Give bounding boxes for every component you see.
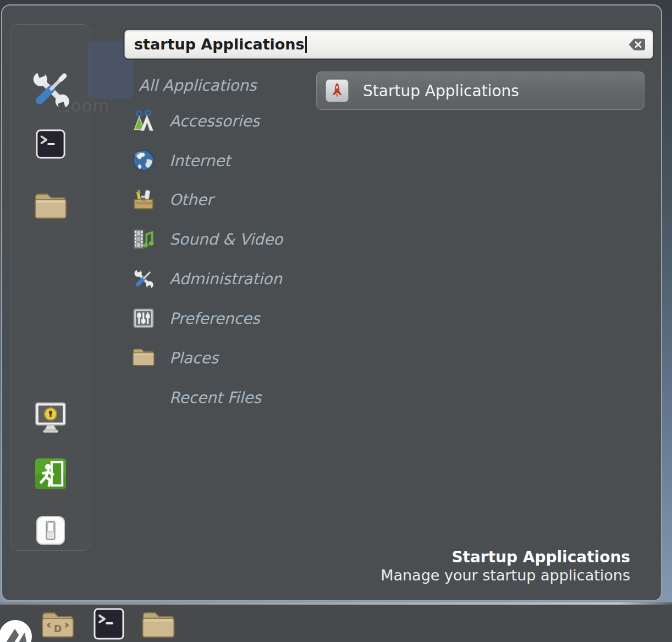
startup-rocket-icon bbox=[326, 79, 349, 102]
sidebar-item-shutdown[interactable] bbox=[36, 516, 65, 545]
result-startup-applications[interactable]: Startup Applications bbox=[316, 71, 645, 110]
accessories-icon bbox=[132, 109, 155, 132]
category-other[interactable]: Other bbox=[132, 180, 313, 219]
taskbar-files-button[interactable] bbox=[141, 609, 176, 639]
category-all-applications[interactable]: All Applications bbox=[139, 65, 320, 105]
sidebar-item-lock-screen[interactable] bbox=[33, 401, 68, 433]
internet-globe-icon bbox=[132, 149, 155, 172]
places-folder-icon bbox=[132, 346, 155, 369]
search-input[interactable]: startup Applications bbox=[124, 30, 653, 59]
search-input-value: startup Applications bbox=[134, 36, 305, 53]
terminal-icon bbox=[93, 608, 124, 640]
category-administration[interactable]: Administration bbox=[132, 259, 313, 298]
mountain-logo-icon bbox=[0, 619, 33, 642]
folder-d-icon: D bbox=[41, 609, 75, 639]
svg-text:D: D bbox=[54, 623, 62, 634]
sidebar-item-system-tools[interactable] bbox=[29, 68, 73, 112]
selection-description: Manage your startup applications bbox=[381, 567, 630, 584]
folder-icon bbox=[34, 190, 68, 220]
category-internet[interactable]: Internet bbox=[132, 141, 313, 180]
taskbar-menu-button[interactable] bbox=[0, 619, 33, 642]
selection-info: Startup Applications Manage your startup… bbox=[381, 549, 630, 584]
logout-door-icon bbox=[35, 458, 67, 490]
lock-screen-monitor-icon bbox=[33, 401, 68, 433]
category-accessories[interactable]: Accessories bbox=[132, 101, 313, 141]
category-recent-files[interactable]: Recent Files bbox=[132, 378, 313, 417]
sidebar-item-files[interactable] bbox=[34, 190, 68, 220]
taskbar-desktop-folder-button[interactable]: D bbox=[41, 609, 75, 639]
selection-title: Startup Applications bbox=[381, 549, 630, 566]
tools-crossed-icon bbox=[29, 68, 73, 112]
taskbar-terminal-button[interactable] bbox=[93, 608, 124, 640]
favorites-sidebar bbox=[10, 24, 91, 551]
preferences-sliders-icon bbox=[132, 307, 155, 330]
sidebar-item-logout[interactable] bbox=[35, 458, 67, 490]
folder-icon bbox=[141, 609, 176, 639]
terminal-icon bbox=[36, 129, 65, 159]
category-places[interactable]: Places bbox=[132, 338, 313, 378]
taskbar: D bbox=[0, 602, 672, 642]
clear-backspace-icon[interactable] bbox=[628, 37, 646, 51]
sidebar-item-terminal[interactable] bbox=[36, 129, 65, 159]
main-menu-panel: Zoom bbox=[1, 4, 662, 601]
category-preferences[interactable]: Preferences bbox=[132, 298, 313, 338]
sound-video-icon bbox=[132, 228, 155, 251]
text-caret bbox=[305, 36, 307, 53]
power-switch-icon bbox=[36, 516, 65, 545]
desktop: { "desktop": { "partial_window_label": "… bbox=[0, 0, 672, 642]
administration-tools-icon bbox=[132, 267, 155, 290]
category-sound-video[interactable]: Sound & Video bbox=[132, 219, 313, 259]
toolbox-icon bbox=[132, 188, 155, 211]
